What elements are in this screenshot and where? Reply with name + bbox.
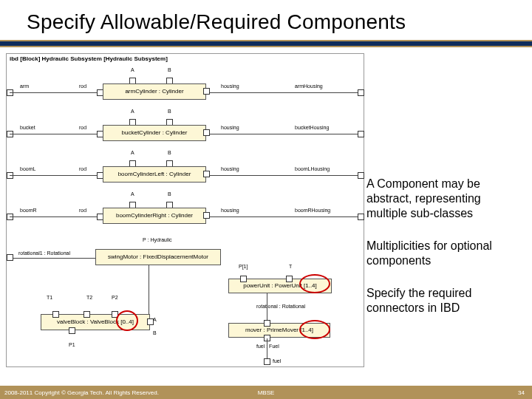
port-label: T1 [47, 295, 52, 300]
highlight-circle [299, 320, 330, 339]
copyright: 2008-2011 Copyright © Georgia Tech. All … [4, 389, 159, 396]
port-label: P[1] [239, 264, 248, 269]
port[interactable] [203, 129, 210, 136]
block-cylinder[interactable]: bucketCylinder : Cylinder [103, 125, 206, 141]
port[interactable] [286, 276, 293, 282]
port-label: B [168, 150, 171, 155]
note-text: Multiplicities for optional components [366, 239, 514, 268]
port[interactable] [264, 358, 270, 365]
connector [210, 134, 361, 134]
ibd-diagram: ibd [Block] Hydraulic Subsystem [Hydraul… [6, 53, 364, 367]
port-label: housing [221, 125, 239, 130]
highlight-circle [116, 310, 138, 331]
port-label: B [153, 330, 157, 335]
port[interactable] [240, 276, 247, 282]
flow-port[interactable] [358, 89, 364, 96]
port-label: fuel [273, 358, 281, 364]
port-label: arm [20, 83, 29, 89]
flow-port[interactable] [358, 214, 364, 220]
port-label: rod [79, 166, 86, 171]
port-label: housing [221, 166, 239, 171]
block-cylinder[interactable]: boomCylinderLeft : Cylinder [103, 166, 206, 183]
block-swing-motor[interactable]: swingMotor : FixedDisplacementMotor [95, 249, 221, 265]
accent-bar [0, 40, 532, 47]
port-label: A [131, 191, 134, 197]
footer: 2008-2011 Copyright © Georgia Tech. All … [0, 386, 532, 399]
port-label: B [168, 109, 171, 114]
connector [10, 92, 103, 93]
highlight-circle [299, 274, 330, 293]
port-label: boomL [20, 166, 35, 171]
port-label: housing [221, 208, 239, 213]
port-label: bucketHousing [295, 125, 329, 130]
port-label: rod [79, 125, 86, 130]
diagram-header: ibd [Block] Hydraulic Subsystem [Hydraul… [10, 56, 168, 62]
connector [149, 265, 149, 314]
port-label: rotational : Rotational [256, 304, 305, 309]
port-label: bucket [20, 125, 35, 130]
port[interactable] [83, 311, 90, 318]
port-label: housing [221, 83, 239, 89]
connector [10, 216, 103, 217]
connector [210, 175, 361, 176]
block-cylinder[interactable]: boomCylinderRight : Cylinder [103, 208, 206, 224]
port-label: rod [79, 208, 86, 213]
port-label: P2 [112, 295, 118, 300]
connector [210, 216, 361, 217]
port-label: P : Hydraulic [143, 237, 172, 242]
note-text: Specify the required connectors in IBD [366, 286, 514, 316]
flow-port[interactable] [7, 254, 13, 261]
port-label: armHousing [295, 83, 323, 89]
connector [267, 293, 267, 320]
port-label: A [131, 109, 134, 114]
port[interactable] [203, 171, 210, 177]
port-label: fuel : Fuel [256, 344, 279, 349]
port-label: T [289, 264, 292, 269]
port[interactable] [52, 311, 59, 318]
side-notes: A Component may be abstract, representin… [366, 177, 514, 333]
port-label: boomR [20, 208, 37, 213]
port-label: B [168, 191, 171, 197]
flow-port[interactable] [358, 172, 364, 179]
port-label: A [131, 67, 134, 72]
port-label: A [131, 150, 134, 155]
connector [10, 134, 103, 134]
port[interactable] [203, 88, 210, 95]
connector [10, 258, 97, 259]
port-label: T2 [86, 295, 92, 300]
slide-title: Specify Allowable/Required Components [0, 0, 532, 40]
port-label: boomLHousing [295, 166, 330, 171]
port-label: B [168, 67, 171, 72]
note-text: A Component may be abstract, representin… [366, 177, 514, 221]
port-label: rotational1 : Rotational [18, 250, 70, 256]
page-number: 34 [518, 389, 525, 396]
port-label: boomRHousing [295, 208, 330, 213]
port[interactable] [69, 327, 75, 334]
port-label: rod [79, 83, 86, 89]
port[interactable] [147, 318, 154, 325]
port[interactable] [264, 320, 270, 327]
port[interactable] [203, 212, 210, 219]
connector [210, 92, 361, 93]
connector [10, 175, 103, 176]
flow-port[interactable] [358, 131, 364, 137]
block-cylinder[interactable]: armCylinder : Cylinder [103, 83, 206, 100]
port-label: P1 [69, 342, 75, 347]
